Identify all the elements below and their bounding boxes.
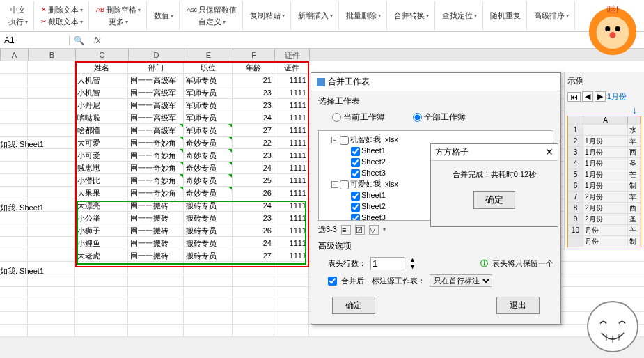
tb-grp-11: 高级排序▾ (528, 1, 575, 30)
rp-row[interactable]: 21月份苹 (568, 135, 641, 146)
search-icon[interactable]: 🔍 (70, 36, 88, 45)
cancel-button[interactable]: 退出 (496, 297, 540, 314)
svg-text:哇!: 哇! (607, 5, 619, 15)
tb-grp-8: 合并转换▾ (388, 1, 435, 30)
rp-row[interactable]: 31月份西 (568, 146, 641, 157)
rp-row[interactable]: 82月份西 (568, 202, 641, 213)
header-hint: 表头将只保留一个 (492, 258, 553, 269)
left-label-1: 如我. Sheet1 (0, 203, 44, 213)
filter-icon[interactable]: ▽ (369, 225, 379, 235)
left-labels: 如我. Sheet1 如我. Sheet1 如我. Sheet1 (0, 139, 44, 329)
rp-row[interactable]: 72月份苹 (568, 191, 641, 202)
svg-point-4 (610, 32, 616, 38)
spin-up[interactable]: ▲ (409, 256, 416, 263)
rp-table: A 1水21月份苹31月份西41月份圣51月份芒61月份制72月份苹82月份西9… (567, 116, 641, 247)
col-F[interactable]: F (233, 49, 275, 61)
lion-mascot: 哇! (581, 0, 644, 63)
tb-delspace[interactable]: AB删除空格▾ (95, 4, 142, 16)
tb-grp-0: 中文 执行▾ (3, 1, 34, 30)
svg-point-3 (615, 26, 620, 31)
tb-custom[interactable]: 自定义▾ (197, 16, 227, 28)
sub-title-text: 方方格子 (435, 146, 469, 158)
tb-grp-2: AB删除空格▾ 更多▾ (91, 1, 147, 30)
formula-input[interactable] (106, 35, 644, 45)
tb-grp-10: 随机重复 (485, 1, 527, 30)
nav-prev[interactable]: ◀ (582, 91, 593, 102)
example-panel: 示例 ⏮ ◀ ▶ 1月份 ↓ A 1水21月份苹31月份西41月份圣51月份芒6… (564, 72, 644, 250)
col-A[interactable]: A (1, 49, 29, 61)
tb-exec[interactable]: 执行▾ (7, 16, 29, 28)
tb-sort[interactable]: 高级排序▾ (533, 10, 570, 22)
header-rows-label: 表头行数： (328, 258, 366, 269)
mark-label: 合并后，标注源工作表： (341, 276, 425, 286)
mark-checkbox[interactable] (328, 277, 337, 286)
col-B[interactable]: B (29, 49, 76, 61)
tb-random[interactable]: 随机重复 (489, 10, 522, 22)
col-G[interactable]: 证件 (275, 49, 310, 61)
down-arrow-icon: ↓ (567, 104, 641, 116)
tb-keepnum[interactable]: Asc只保留数值 (185, 4, 238, 16)
spin-down[interactable]: ▼ (409, 263, 416, 270)
rp-row[interactable]: 61月份制 (568, 180, 641, 191)
tb-copypaste[interactable]: 复制粘贴▾ (249, 10, 286, 22)
tb-chinese[interactable]: 中文 (9, 4, 27, 16)
rp-row[interactable]: 51月份芒 (568, 169, 641, 180)
result-dialog: 方方格子 ✕ 合并完成！共耗时0.12秒 确定 (430, 143, 558, 227)
ok-button[interactable]: 确定 (332, 297, 375, 314)
sel-count: 选3-3 (318, 224, 337, 235)
tb-grp-3: 数值▾ (148, 1, 180, 30)
radio-current[interactable]: 当前工作簿 (332, 111, 385, 123)
rp-tab[interactable]: 1月份 (607, 91, 627, 102)
tb-grp-4: Asc只保留数值 自定义▾ (181, 1, 243, 30)
name-box[interactable]: A1 (0, 36, 70, 45)
tb-batchdel[interactable]: 批量删除▾ (345, 10, 382, 22)
svg-point-6 (588, 302, 638, 352)
tb-grp-1: ✕删除文本▾ ✂截取文本▾ (36, 1, 89, 30)
column-headers: A B C D E F 证件 (0, 49, 644, 61)
sub-ok-button[interactable]: 确定 (473, 191, 515, 209)
formula-bar: A1 🔍 fx (0, 32, 644, 49)
nav-first[interactable]: ⏮ (567, 92, 581, 102)
tb-grp-7: 批量删除▾ (340, 1, 387, 30)
tb-more[interactable]: 更多▾ (107, 16, 129, 28)
ribbon-toolbar: 中文 执行▾ ✕删除文本▾ ✂截取文本▾ AB删除空格▾ 更多▾ 数值▾ Asc… (0, 0, 644, 32)
col-C[interactable]: C (76, 49, 129, 61)
result-msg: 合并完成！共耗时0.12秒 (437, 169, 552, 180)
rp-row[interactable]: 月份制 (568, 235, 641, 247)
tb-grp-6: 新增插入▾ (292, 1, 339, 30)
close-icon[interactable]: ✕ (545, 146, 553, 158)
adv-label: 高级选项 (318, 240, 553, 252)
list-icon[interactable]: ≡ (341, 225, 351, 235)
left-label-2: 如我. Sheet1 (0, 266, 44, 277)
tb-find[interactable]: 查找定位▾ (441, 10, 478, 22)
header-rows-input[interactable] (370, 257, 405, 270)
tb-grp-9: 查找定位▾ (437, 1, 483, 30)
tb-cuttext[interactable]: ✂截取文本▾ (40, 16, 84, 28)
rp-row[interactable]: 1水 (568, 124, 641, 135)
col-E[interactable]: E (184, 49, 233, 61)
tb-insert[interactable]: 新增插入▾ (297, 10, 334, 22)
rp-row[interactable]: 10月份芒 (568, 224, 641, 235)
laugh-mascot (581, 295, 644, 358)
checkall-icon[interactable]: ☑ (355, 225, 365, 235)
tb-merge[interactable]: 合并转换▾ (393, 10, 430, 22)
select-label: 选择工作表 (318, 95, 553, 107)
dialog-title: 合并工作表 (311, 73, 560, 91)
rp-row[interactable]: 92月份圣 (568, 213, 641, 224)
svg-point-2 (605, 26, 610, 31)
rp-row[interactable]: 41月份圣 (568, 157, 641, 169)
left-label-0: 如我. Sheet1 (0, 139, 44, 150)
tb-grp-5: 复制粘贴▾ (244, 1, 291, 30)
fx-icon[interactable]: fx (88, 36, 106, 45)
col-D[interactable]: D (129, 49, 184, 61)
nav-next[interactable]: ▶ (595, 91, 606, 102)
tb-deltext[interactable]: ✕删除文本▾ (40, 4, 84, 16)
tb-number[interactable]: 数值▾ (152, 10, 175, 22)
mark-select[interactable]: 只在首行标注 (430, 274, 492, 287)
rp-col-A[interactable]: A (583, 116, 628, 124)
radio-all[interactable]: 全部工作簿 (413, 111, 466, 123)
info-icon: ⓘ (480, 258, 488, 269)
rp-title: 示例 (567, 75, 641, 87)
